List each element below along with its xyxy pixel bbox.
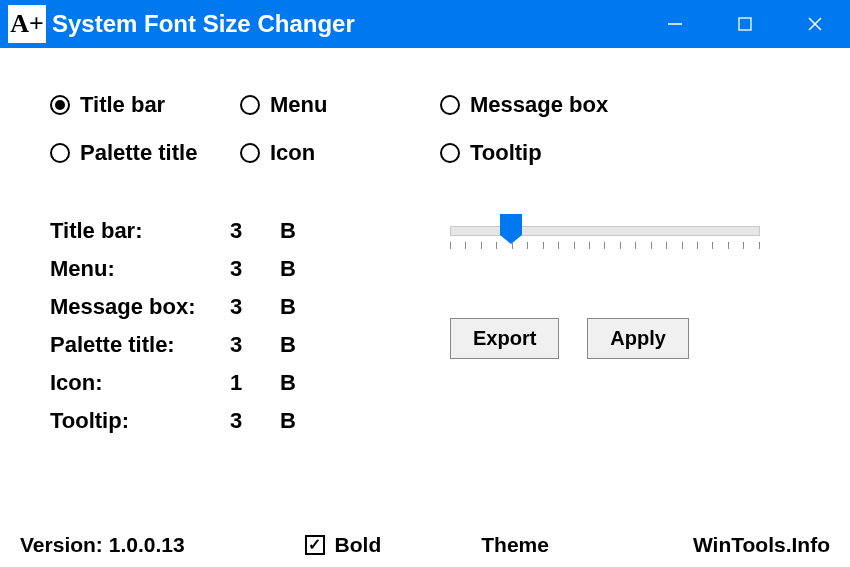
setting-value: 3	[230, 250, 280, 288]
radio-title-bar[interactable]: Title bar	[50, 92, 240, 118]
slider-track	[450, 226, 760, 236]
radio-palette-title[interactable]: Palette title	[50, 140, 240, 166]
setting-value: 3	[230, 212, 280, 250]
export-button[interactable]: Export	[450, 318, 559, 359]
setting-bold: B	[280, 288, 320, 326]
window-controls	[640, 0, 850, 48]
bold-checkbox[interactable]: ✓ Bold	[305, 533, 382, 557]
bold-label: Bold	[335, 533, 382, 557]
checkbox-icon: ✓	[305, 535, 325, 555]
setting-row: Tooltip: 3 B	[50, 402, 390, 440]
radio-label: Icon	[270, 140, 315, 166]
setting-value: 3	[230, 402, 280, 440]
right-column: Export Apply	[390, 212, 800, 440]
setting-value: 1	[230, 364, 280, 402]
radio-group: Title bar Menu Message box Palette title…	[50, 92, 800, 166]
maximize-button[interactable]	[710, 0, 780, 48]
settings-list: Title bar: 3 B Menu: 3 B Message box: 3 …	[50, 212, 390, 440]
setting-label: Message box:	[50, 288, 230, 326]
setting-bold: B	[280, 250, 320, 288]
setting-label: Palette title:	[50, 326, 230, 364]
content-area: Title bar Menu Message box Palette title…	[0, 48, 850, 440]
setting-bold: B	[280, 364, 320, 402]
action-buttons: Export Apply	[450, 318, 800, 359]
radio-icon	[240, 143, 260, 163]
radio-icon	[50, 95, 70, 115]
svg-rect-1	[739, 18, 751, 30]
setting-row: Title bar: 3 B	[50, 212, 390, 250]
radio-label: Palette title	[80, 140, 197, 166]
radio-label: Tooltip	[470, 140, 542, 166]
setting-row: Palette title: 3 B	[50, 326, 390, 364]
setting-bold: B	[280, 212, 320, 250]
minimize-button[interactable]	[640, 0, 710, 48]
minimize-icon	[666, 15, 684, 33]
radio-icon	[440, 95, 460, 115]
titlebar: A+ System Font Size Changer	[0, 0, 850, 48]
main-row: Title bar: 3 B Menu: 3 B Message box: 3 …	[50, 212, 800, 440]
close-icon	[806, 15, 824, 33]
theme-link[interactable]: Theme	[481, 533, 549, 557]
slider-thumb[interactable]	[500, 214, 522, 244]
radio-label: Menu	[270, 92, 327, 118]
setting-label: Menu:	[50, 250, 230, 288]
app-icon: A+	[8, 5, 46, 43]
apply-button[interactable]: Apply	[587, 318, 689, 359]
radio-icon	[50, 143, 70, 163]
radio-label: Message box	[470, 92, 608, 118]
radio-label: Title bar	[80, 92, 165, 118]
radio-icon	[240, 95, 260, 115]
radio-icon-item[interactable]: Icon	[240, 140, 440, 166]
slider-ticks	[450, 242, 760, 252]
setting-label: Tooltip:	[50, 402, 230, 440]
site-link[interactable]: WinTools.Info	[693, 533, 830, 557]
size-slider[interactable]	[450, 216, 760, 260]
setting-bold: B	[280, 402, 320, 440]
window-title: System Font Size Changer	[52, 10, 640, 38]
setting-value: 3	[230, 326, 280, 364]
version-label: Version: 1.0.0.13	[20, 533, 185, 557]
setting-row: Message box: 3 B	[50, 288, 390, 326]
radio-menu[interactable]: Menu	[240, 92, 440, 118]
setting-row: Menu: 3 B	[50, 250, 390, 288]
close-button[interactable]	[780, 0, 850, 48]
setting-row: Icon: 1 B	[50, 364, 390, 402]
setting-label: Title bar:	[50, 212, 230, 250]
radio-icon	[440, 143, 460, 163]
setting-value: 3	[230, 288, 280, 326]
setting-bold: B	[280, 326, 320, 364]
radio-tooltip[interactable]: Tooltip	[440, 140, 700, 166]
maximize-icon	[737, 16, 753, 32]
footer: Version: 1.0.0.13 ✓ Bold Theme WinTools.…	[0, 533, 850, 557]
setting-label: Icon:	[50, 364, 230, 402]
radio-message-box[interactable]: Message box	[440, 92, 700, 118]
